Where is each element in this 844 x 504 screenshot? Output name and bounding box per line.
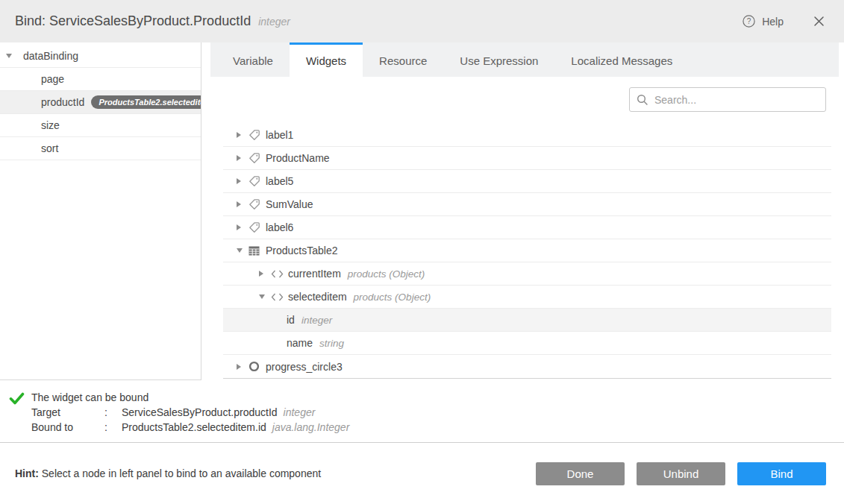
help-button[interactable]: ? Help bbox=[743, 15, 784, 28]
status-message: The widget can be bound bbox=[31, 390, 349, 405]
caret-down-icon[interactable] bbox=[259, 294, 271, 299]
caret-down-icon[interactable] bbox=[237, 248, 248, 253]
widget-node-sumvalue[interactable]: SumValue bbox=[223, 193, 831, 216]
binding-node-root[interactable]: dataBinding bbox=[0, 45, 201, 68]
svg-text:?: ? bbox=[747, 17, 751, 25]
binding-node-label: size bbox=[41, 119, 60, 131]
widget-node-label: ProductsTable2 bbox=[266, 245, 338, 256]
tag-icon bbox=[248, 152, 266, 164]
tag-icon bbox=[248, 221, 266, 233]
status-boundto-separator: : bbox=[104, 420, 122, 435]
code-icon bbox=[271, 293, 288, 301]
binding-node-size[interactable]: size bbox=[0, 114, 201, 137]
tab-bar: VariableWidgetsResourceUse ExpressionLoc… bbox=[210, 42, 839, 77]
widget-node-label: ProductName bbox=[266, 152, 330, 164]
status-target-separator: : bbox=[104, 405, 122, 420]
widget-node-label1[interactable]: label1 bbox=[223, 124, 831, 147]
binding-badge: ProductsTable2.selecteditem.id bbox=[91, 95, 201, 109]
status-target-row: Target : ServiceSalesByProduct.productId… bbox=[31, 405, 349, 420]
help-label: Help bbox=[762, 16, 784, 28]
search-row bbox=[210, 87, 826, 112]
status-section: The widget can be bound Target : Service… bbox=[0, 380, 844, 443]
tag-icon bbox=[248, 175, 266, 187]
help-icon: ? bbox=[743, 15, 755, 28]
caret-right-icon[interactable] bbox=[237, 178, 248, 184]
check-icon bbox=[9, 390, 31, 442]
widget-node-name[interactable]: namestring bbox=[223, 332, 831, 355]
caret-right-icon[interactable] bbox=[237, 201, 248, 207]
close-button[interactable] bbox=[813, 16, 825, 27]
binding-node-label: productId bbox=[41, 96, 84, 108]
widget-node-productname[interactable]: ProductName bbox=[223, 147, 831, 170]
table-icon bbox=[248, 246, 266, 256]
caret-right-icon[interactable] bbox=[237, 364, 248, 370]
caret-right-icon[interactable] bbox=[237, 132, 248, 138]
binding-node-sort[interactable]: sort bbox=[0, 137, 201, 160]
bind-dialog: Bind: ServiceSalesByProduct.ProductId in… bbox=[0, 0, 844, 504]
tag-icon bbox=[248, 198, 266, 210]
hint-text: Hint: Select a node in left panel to bin… bbox=[15, 467, 321, 479]
widget-node-label6[interactable]: label6 bbox=[223, 216, 831, 239]
widget-node-type: products (Object) bbox=[354, 292, 431, 303]
widget-node-type: products (Object) bbox=[348, 268, 425, 280]
binding-panel: dataBinding pageproductIdProductsTable2.… bbox=[0, 42, 201, 380]
widget-node-type: integer bbox=[301, 315, 332, 326]
dialog-header: Bind: ServiceSalesByProduct.ProductId in… bbox=[0, 0, 844, 42]
widget-node-label: label6 bbox=[266, 221, 293, 233]
code-icon bbox=[271, 270, 288, 278]
widget-node-type: string bbox=[319, 338, 344, 349]
binding-node-label: page bbox=[41, 73, 64, 85]
widget-node-currentitem[interactable]: currentItemproducts (Object) bbox=[223, 262, 831, 286]
widget-node-label: name bbox=[287, 337, 313, 349]
caret-right-icon[interactable] bbox=[259, 271, 271, 277]
dialog-title-type: integer bbox=[258, 16, 290, 28]
widget-node-label: label5 bbox=[266, 175, 293, 187]
close-icon bbox=[813, 16, 825, 27]
binding-node-productid[interactable]: productIdProductsTable2.selecteditem.id bbox=[0, 91, 201, 114]
search-input[interactable] bbox=[629, 87, 826, 112]
status-boundto-value: ProductsTable2.selecteditem.id bbox=[122, 420, 266, 435]
widget-node-label: selecteditem bbox=[288, 291, 347, 303]
widget-node-label: label1 bbox=[266, 129, 293, 141]
tab-use-expression[interactable]: Use Expression bbox=[443, 42, 554, 77]
status-boundto-label: Bound to bbox=[31, 420, 104, 435]
dialog-footer: Hint: Select a node in left panel to bin… bbox=[0, 443, 844, 504]
widget-node-label: currentItem bbox=[288, 268, 341, 280]
widget-node-label: SumValue bbox=[266, 198, 313, 210]
widget-node-label: id bbox=[287, 314, 295, 326]
main-panel: VariableWidgetsResourceUse ExpressionLoc… bbox=[201, 42, 844, 380]
circle-icon bbox=[248, 361, 266, 372]
hint-label: Hint: bbox=[15, 467, 39, 479]
done-button[interactable]: Done bbox=[536, 462, 625, 485]
unbind-button[interactable]: Unbind bbox=[637, 462, 725, 485]
caret-right-icon[interactable] bbox=[237, 155, 248, 161]
caret-down-icon[interactable] bbox=[6, 54, 18, 58]
tab-widgets[interactable]: Widgets bbox=[290, 42, 363, 77]
bind-button[interactable]: Bind bbox=[737, 462, 826, 485]
search-icon bbox=[637, 94, 648, 106]
status-boundto-row: Bound to : ProductsTable2.selecteditem.i… bbox=[31, 420, 349, 435]
status-boundto-type: java.lang.Integer bbox=[272, 420, 350, 435]
widget-node-progress-circle3[interactable]: progress_circle3 bbox=[223, 355, 831, 378]
tag-icon bbox=[248, 129, 266, 141]
dialog-title: Bind: ServiceSalesByProduct.ProductId bbox=[15, 13, 251, 29]
status-target-type: integer bbox=[284, 405, 316, 420]
search-box bbox=[629, 87, 826, 112]
widget-node-selecteditem[interactable]: selecteditemproducts (Object) bbox=[223, 286, 831, 309]
binding-tree: pageproductIdProductsTable2.selecteditem… bbox=[0, 68, 201, 160]
caret-right-icon[interactable] bbox=[237, 224, 248, 230]
binding-node-page[interactable]: page bbox=[0, 68, 201, 91]
status-target-label: Target bbox=[31, 405, 104, 420]
status-target-value: ServiceSalesByProduct.productId bbox=[122, 405, 278, 420]
widget-node-label: progress_circle3 bbox=[266, 361, 343, 373]
tab-resource[interactable]: Resource bbox=[363, 42, 443, 77]
widget-node-id[interactable]: idinteger bbox=[223, 309, 831, 332]
binding-node-label: sort bbox=[41, 142, 58, 154]
dialog-body: dataBinding pageproductIdProductsTable2.… bbox=[0, 42, 844, 380]
widget-tree: label1ProductNamelabel5SumValuelabel6Pro… bbox=[223, 124, 831, 379]
binding-root-label: dataBinding bbox=[23, 50, 78, 62]
tab-variable[interactable]: Variable bbox=[216, 42, 290, 77]
tab-localized-messages[interactable]: Localized Messages bbox=[554, 42, 689, 77]
widget-node-productstable2[interactable]: ProductsTable2 bbox=[223, 239, 831, 262]
widget-node-label5[interactable]: label5 bbox=[223, 170, 831, 193]
